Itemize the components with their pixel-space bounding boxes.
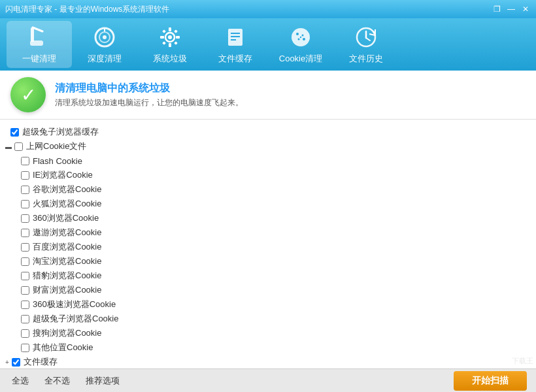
checkbox-chrome-cookie[interactable] — [21, 186, 29, 194]
svg-point-21 — [296, 33, 299, 35]
label-chrome-cookie: 谷歌浏览器Cookie — [33, 184, 101, 195]
bottom-bar: 全选 全不选 推荐选项 开始扫描 — [0, 368, 536, 392]
nav-item-deep-clean[interactable]: 深度清理 — [72, 21, 137, 68]
checkbox-360-cookie[interactable] — [21, 214, 29, 223]
nav-item-cookie-clean[interactable]: Cookie清理 — [268, 21, 333, 68]
svg-point-24 — [303, 38, 305, 41]
close-button[interactable]: ✕ — [520, 4, 531, 14]
checklist-scroll[interactable]: 超级兔子浏览器缓存 ▬ 上网Cookie文件 Flash Cookie IE浏览… — [0, 120, 536, 368]
svg-line-28 — [366, 38, 370, 41]
label-superrabbit-cookie: 超级兔子浏览器Cookie — [33, 313, 118, 325]
checkbox-flash-cookie[interactable] — [21, 157, 29, 165]
check-item-other-cookie[interactable]: 其他位置Cookie — [0, 340, 536, 355]
nav-item-one-click[interactable]: 一键清理 — [7, 21, 72, 68]
app-title: 闪电清理专家 - 最专业的Windows系统清理软件 — [5, 4, 169, 15]
checkbox-sougou-cookie[interactable] — [21, 329, 29, 338]
nav-label-file-cache: 文件缓存 — [218, 53, 252, 65]
svg-rect-1 — [30, 41, 43, 46]
deep-clean-icon — [92, 24, 118, 50]
checklist-area: 超级兔子浏览器缓存 ▬ 上网Cookie文件 Flash Cookie IE浏览… — [0, 120, 536, 368]
check-item-360-cookie[interactable]: 360浏览器Cookie — [0, 211, 536, 225]
nav-label-one-click: 一键清理 — [22, 53, 56, 65]
checkbox-cookie-group[interactable] — [14, 142, 23, 151]
gear-icon — [157, 24, 183, 50]
check-item-browser-cache[interactable]: 超级兔子浏览器缓存 — [0, 125, 536, 139]
check-item-caifutong-cookie[interactable]: 财富浏览器Cookie — [0, 283, 536, 297]
check-item-superrabbit-cookie[interactable]: 超级兔子浏览器Cookie — [0, 312, 536, 326]
check-mark: ✓ — [21, 84, 36, 106]
check-item-360jisudu-cookie[interactable]: 360极速浏览器Cookie — [0, 297, 536, 312]
nav-item-sys-junk[interactable]: 系统垃圾 — [137, 21, 203, 68]
svg-point-25 — [300, 37, 301, 38]
cookie-group-label: 上网Cookie文件 — [26, 140, 86, 152]
label-baidu-cookie: 百度浏览器Cookie — [33, 241, 101, 253]
restore-button[interactable]: ❐ — [492, 4, 502, 14]
file-cache-group-label: 文件缓存 — [24, 356, 58, 368]
select-all-button[interactable]: 全选 — [9, 374, 31, 388]
nav-item-file-cache[interactable]: 文件缓存 — [203, 21, 268, 68]
svg-rect-14 — [162, 41, 166, 45]
check-item-taobao-cookie[interactable]: 淘宝浏览器Cookie — [0, 254, 536, 269]
checkbox-browser-cache[interactable] — [10, 128, 19, 137]
svg-rect-10 — [160, 36, 164, 39]
checkbox-superrabbit-cookie[interactable] — [21, 315, 29, 323]
cookie-group-header[interactable]: ▬ 上网Cookie文件 — [0, 139, 536, 154]
svg-rect-8 — [169, 27, 171, 31]
svg-rect-11 — [176, 36, 180, 39]
checkbox-maxthon-cookie[interactable] — [21, 229, 29, 237]
svg-point-22 — [302, 35, 304, 37]
status-icon: ✓ — [10, 77, 46, 112]
label-other-cookie: 其他位置Cookie — [33, 342, 93, 353]
checkbox-file-cache-group[interactable] — [12, 358, 20, 367]
check-item-baidu-cookie[interactable]: 百度浏览器Cookie — [0, 240, 536, 254]
checkbox-360jisudu-cookie[interactable] — [21, 301, 29, 309]
check-item-firefox-cookie[interactable]: 火狐浏览器Cookie — [0, 197, 536, 211]
nav-label-file-history: 文件历史 — [349, 53, 383, 65]
check-item-ie-cookie[interactable]: IE浏览器Cookie — [0, 168, 536, 182]
svg-rect-12 — [162, 29, 166, 33]
label-flash-cookie: Flash Cookie — [33, 156, 82, 166]
title-bar: 闪电清理专家 - 最专业的Windows系统清理软件 ❐ — ✕ — [0, 0, 536, 18]
main-content: ✓ 清清理电脑中的系统垃圾 清理系统垃圾加速电脑运行，让您的电脑速度飞起来。 超… — [0, 71, 536, 368]
check-item-liebao-cookie[interactable]: 猎豹浏览器Cookie — [0, 269, 536, 283]
label-firefox-cookie: 火狐浏览器Cookie — [33, 198, 101, 210]
checkbox-firefox-cookie[interactable] — [21, 200, 29, 208]
label-browser-cache: 超级兔子浏览器缓存 — [22, 126, 99, 138]
header-title: 清清理电脑中的系统垃圾 — [55, 82, 243, 95]
label-maxthon-cookie: 遨游浏览器Cookie — [33, 227, 101, 238]
check-item-maxthon-cookie[interactable]: 遨游浏览器Cookie — [0, 225, 536, 240]
nav-bar: 一键清理 深度清理 — [0, 18, 536, 71]
checkbox-baidu-cookie[interactable] — [21, 243, 29, 252]
checkbox-liebao-cookie[interactable] — [21, 272, 29, 280]
svg-rect-9 — [169, 43, 171, 47]
label-liebao-cookie: 猎豹浏览器Cookie — [33, 270, 101, 282]
file-cache-group-header[interactable]: + 文件缓存 — [0, 355, 536, 368]
scan-button[interactable]: 开始扫描 — [454, 371, 527, 391]
nav-item-file-history[interactable]: 文件历史 — [333, 21, 399, 68]
checkbox-caifutong-cookie[interactable] — [21, 286, 29, 295]
label-sougou-cookie: 搜狗浏览器Cookie — [33, 327, 101, 339]
watermark: 下载王 — [512, 356, 533, 366]
label-ie-cookie: IE浏览器Cookie — [33, 169, 93, 181]
minimize-button[interactable]: — — [506, 4, 516, 14]
title-bar-controls: ❐ — ✕ — [492, 4, 531, 14]
check-item-chrome-cookie[interactable]: 谷歌浏览器Cookie — [0, 182, 536, 197]
cookie-icon — [288, 24, 314, 50]
label-caifutong-cookie: 财富浏览器Cookie — [33, 284, 101, 296]
svg-rect-15 — [174, 41, 178, 45]
svg-line-2 — [33, 27, 42, 31]
check-item-sougou-cookie[interactable]: 搜狗浏览器Cookie — [0, 326, 536, 340]
recommend-button[interactable]: 推荐选项 — [83, 374, 122, 388]
svg-rect-0 — [31, 27, 34, 42]
checkbox-ie-cookie[interactable] — [21, 171, 29, 180]
svg-rect-13 — [174, 29, 178, 33]
file-icon — [222, 24, 248, 50]
clock-icon — [353, 24, 379, 50]
check-item-flash-cookie[interactable]: Flash Cookie — [0, 154, 536, 168]
checkbox-other-cookie[interactable] — [21, 344, 29, 352]
label-360-cookie: 360浏览器Cookie — [33, 212, 99, 224]
nav-label-cookie-clean: Cookie清理 — [279, 53, 322, 65]
select-none-button[interactable]: 全不选 — [42, 374, 73, 388]
checkbox-taobao-cookie[interactable] — [21, 257, 29, 266]
label-360jisudu-cookie: 360极速浏览器Cookie — [33, 299, 116, 310]
